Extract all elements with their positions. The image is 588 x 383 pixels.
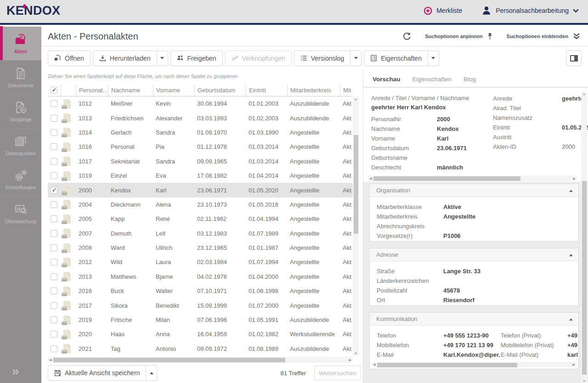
table-row[interactable]: 2013MatthewsBjarne04.02.197601.04.2000An…: [48, 270, 353, 284]
document-icon[interactable]: [63, 344, 71, 353]
row-checkbox[interactable]: [51, 287, 57, 294]
kommunikation-horizontal-scrollbar[interactable]: ◀ ▶: [372, 362, 577, 367]
table-row[interactable]: 1012MeißnerKevin30.08.199401.01.2003Ausz…: [48, 96, 353, 111]
column-header-mitarbeiterklasse[interactable]: Mit: [340, 84, 353, 96]
row-checkbox[interactable]: [51, 187, 57, 194]
table-row[interactable]: 1013FriedrichsenAlexander03.03.199301.02…: [48, 111, 353, 125]
share-button[interactable]: Freigeben: [170, 51, 223, 66]
row-checkbox[interactable]: [51, 316, 57, 323]
row-checkbox[interactable]: [51, 100, 57, 107]
column-header-vorname[interactable]: Vorname: [153, 84, 194, 96]
refresh-button[interactable]: [403, 32, 411, 40]
column-header-geburtsdatum[interactable]: Geburtsdatum: [194, 84, 246, 96]
row-checkbox[interactable]: [51, 302, 57, 309]
column-header-mitarbeiterkreis[interactable]: Mitarbeiterkreis: [287, 84, 340, 96]
summary-horizontal-scrollbar[interactable]: ◀ ▶: [368, 175, 577, 181]
table-row[interactable]: 1014GerlachSandra01.09.197001.03.1990Ang…: [48, 125, 353, 140]
table-row[interactable]: 2007DemuthLeif03.12.198301.07.1989Angest…: [48, 226, 353, 241]
table-row[interactable]: 2020HaasAnna16.04.195901.02.1982Werkstud…: [48, 327, 353, 341]
row-checkbox[interactable]: [51, 215, 57, 222]
table-row[interactable]: 2004DieckmannAlena23.10.197301.05.2016An…: [48, 197, 353, 212]
scroll-down-arrow[interactable]: ▼: [354, 352, 357, 355]
merkliste-button[interactable]: Merkliste: [424, 6, 462, 15]
scroll-left-arrow[interactable]: ◀: [49, 358, 51, 362]
table-row[interactable]: 2005KappRené02.11.196201.04.1994Angestel…: [48, 212, 353, 226]
document-icon[interactable]: [63, 186, 71, 195]
panel-vertical-scrollbar[interactable]: ▲ ▼: [581, 91, 587, 383]
panel-vscroll-thumb[interactable]: [582, 181, 587, 375]
document-icon[interactable]: [63, 142, 71, 152]
table-row[interactable]: 2019FritscheMilan07.06.199601.05.1991Aus…: [48, 313, 353, 327]
open-button[interactable]: Öffnen: [48, 51, 90, 66]
document-icon[interactable]: [63, 157, 71, 166]
row-checkbox[interactable]: [51, 345, 57, 352]
row-checkbox[interactable]: [51, 230, 57, 237]
table-row[interactable]: 2008WardUllrich23.12.196501.01.1987Anges…: [48, 241, 353, 255]
row-checkbox[interactable]: [51, 143, 57, 150]
grid-vertical-scrollbar[interactable]: ▲ ▼: [353, 96, 359, 356]
document-icon[interactable]: [63, 315, 71, 325]
column-header-eintritt[interactable]: Eintritt: [246, 84, 287, 96]
document-icon[interactable]: [63, 243, 71, 253]
scroll-up-arrow[interactable]: ▲: [582, 92, 586, 96]
row-checkbox[interactable]: [51, 115, 57, 122]
table-row[interactable]: 2016BuckWalter07.10.197101.06.1998Angest…: [48, 284, 353, 298]
column-header-nachname[interactable]: Nachname: [108, 84, 153, 96]
tab-blog[interactable]: Blog: [464, 76, 476, 83]
document-icon[interactable]: [63, 229, 71, 238]
grid-vscroll-thumb[interactable]: [354, 135, 358, 234]
document-icon[interactable]: [63, 287, 71, 296]
row-checkbox[interactable]: [51, 331, 57, 338]
scroll-right-arrow[interactable]: ▶: [573, 177, 576, 180]
table-row[interactable]: 2000KendoxKarl23.06.197101.05.2020Angest…: [48, 183, 353, 197]
user-menu[interactable]: Personalsachbearbeitung: [481, 6, 579, 16]
show-search-options-button[interactable]: Suchoptionen einblenden: [507, 33, 581, 40]
properties-button[interactable]: Eigenschaften: [364, 51, 428, 66]
sidebar-item-akten[interactable]: Akten: [0, 27, 41, 61]
versionlog-button[interactable]: Versionslog: [294, 51, 350, 66]
document-icon[interactable]: [63, 99, 71, 108]
document-icon[interactable]: [63, 200, 71, 209]
links-button[interactable]: Verknüpfungen: [225, 51, 292, 66]
save-view-dropdown-button[interactable]: [146, 366, 157, 380]
row-checkbox[interactable]: [51, 273, 57, 280]
document-icon[interactable]: [63, 128, 71, 137]
document-icon[interactable]: [63, 214, 71, 224]
download-dropdown-button[interactable]: [157, 51, 168, 66]
tab-vorschau[interactable]: Vorschau: [373, 76, 401, 83]
scroll-right-arrow[interactable]: ▶: [349, 358, 351, 362]
row-checkbox[interactable]: [51, 129, 57, 136]
document-icon[interactable]: [63, 258, 71, 267]
download-button[interactable]: Herunterladen: [93, 51, 157, 66]
table-row[interactable]: 1017SekretariatSandra09.09.196501.03.201…: [48, 154, 353, 169]
panel-toggle-button[interactable]: [566, 51, 582, 66]
table-row[interactable]: 2017SikoraBenedikt15.09.199901.07.2000An…: [48, 298, 353, 312]
comm-hscroll-thumb[interactable]: [377, 363, 517, 367]
properties-dropdown-button[interactable]: [428, 51, 439, 66]
row-checkbox[interactable]: [51, 259, 57, 265]
sidebar-item-einstellungen[interactable]: Einstellungen: [0, 163, 41, 197]
row-checkbox[interactable]: [51, 158, 57, 165]
continue-search-button[interactable]: Weitersuchen: [314, 366, 361, 380]
sidebar-expand-button[interactable]: »: [0, 365, 41, 383]
table-row[interactable]: 1019EinzelEva17.08.198201.04.2014Angeste…: [48, 169, 353, 183]
table-row[interactable]: 2012WildLaura02.03.198401.07.1994Angeste…: [48, 255, 353, 269]
table-row[interactable]: 1016PersonalPia01.12.197801.03.2014Anges…: [48, 140, 353, 154]
sidebar-item-berwachung[interactable]: Überwachung: [0, 197, 41, 231]
column-header-personalnr[interactable]: Personal...: [76, 84, 108, 96]
scroll-left-arrow[interactable]: ◀: [369, 177, 372, 180]
grid-hscroll-thumb[interactable]: [53, 358, 285, 362]
grid-horizontal-scrollbar[interactable]: ◀ ▶: [48, 357, 353, 363]
scroll-left-arrow[interactable]: ◀: [373, 363, 375, 366]
sidebar-item-dokumente[interactable]: Dokumente: [0, 61, 41, 95]
sidebar-item-datenquellen[interactable]: Datenquellen: [0, 129, 41, 163]
scroll-up-arrow[interactable]: ▲: [354, 97, 357, 101]
group-by-hint[interactable]: Ziehen Sie einen Spaltenkopf auf diese F…: [48, 73, 237, 79]
scroll-down-arrow[interactable]: ▼: [582, 379, 586, 383]
document-icon[interactable]: [63, 301, 71, 310]
section-header-organisation[interactable]: Organisation: [370, 184, 578, 197]
table-row[interactable]: 2021TagAntonio09.09.197201.08.1989Auszub…: [48, 342, 353, 356]
save-view-button[interactable]: Aktuelle Ansicht speichern: [48, 366, 146, 380]
section-header-adresse[interactable]: Adresse: [370, 248, 578, 261]
sidebar-item-vorgnge[interactable]: Vorgänge: [0, 95, 41, 129]
